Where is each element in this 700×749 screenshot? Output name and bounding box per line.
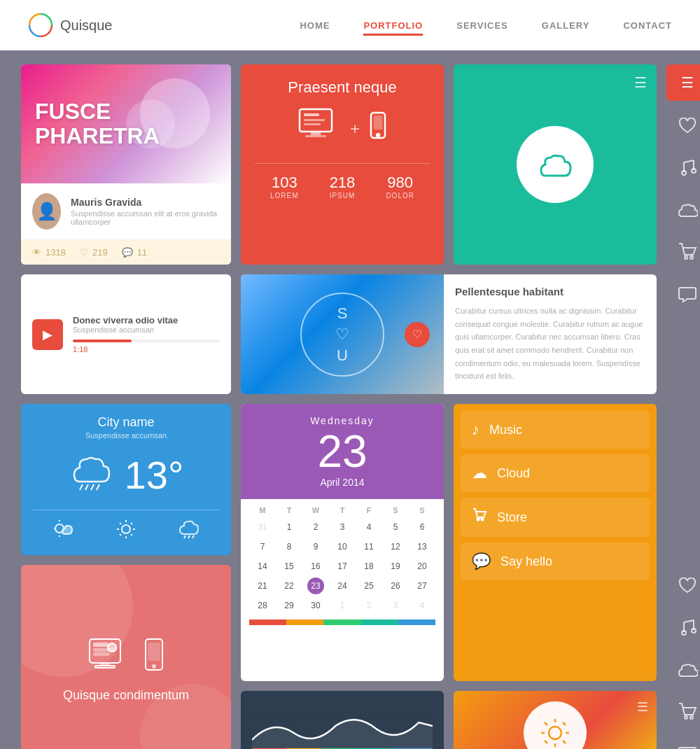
cal-cell[interactable]: 1	[281, 519, 298, 536]
stat-comments: 💬 11	[122, 247, 147, 258]
cal-day: 23	[252, 429, 433, 474]
cal-week-row: 14151617181920	[249, 558, 435, 575]
nav-item-home[interactable]: HOME	[300, 19, 330, 31]
nav-item-contact[interactable]: CONTACT	[623, 19, 672, 31]
tablet-icon	[144, 638, 164, 671]
weather-city: City name	[32, 415, 220, 430]
stat-ipsum: 218 IPSUM	[330, 174, 356, 200]
cal-cell[interactable]: 19	[387, 558, 404, 575]
blog-card: S ♡ U ♡ Pellentesque habitant Curabitur …	[241, 274, 657, 394]
eye-icon: 👁	[32, 247, 41, 258]
cal-cell[interactable]: 5	[387, 519, 404, 536]
cal-cell[interactable]: 23	[307, 578, 324, 594]
comments-count: 11	[137, 247, 147, 258]
cal-cell[interactable]: 11	[360, 538, 377, 555]
svg-point-19	[690, 256, 693, 259]
music-icon: ♪	[472, 421, 479, 439]
coral-icons-row	[88, 638, 164, 677]
hamburger-icon[interactable]: ☰	[634, 74, 647, 91]
cal-cell[interactable]: 18	[360, 558, 377, 575]
sidebar-heart-icon[interactable]	[666, 105, 700, 147]
sidebar-music2-icon[interactable]	[666, 607, 700, 649]
cal-cell[interactable]: 2	[307, 519, 324, 536]
cal-cell[interactable]: 10	[334, 538, 351, 555]
sidebar-column: ☰	[666, 64, 700, 555]
cal-cell[interactable]: 3	[387, 597, 404, 614]
weather-temp: 13°	[125, 452, 184, 498]
cal-cell[interactable]: 9	[307, 538, 324, 555]
cal-cell[interactable]: 21	[254, 578, 271, 594]
cal-week-row: 78910111213	[249, 538, 435, 555]
cal-cell[interactable]: 6	[414, 519, 430, 536]
weather-icons-row	[32, 510, 220, 544]
logo-area[interactable]: Quisque	[28, 13, 113, 38]
stat-views: 👁 1318	[32, 247, 66, 258]
cal-week-row: 31123456	[249, 519, 435, 536]
orange-menu-cloud[interactable]: ☁ Cloud	[461, 454, 650, 492]
fusce-hero: FUSCEPHARETRA	[21, 64, 231, 183]
sidebar-cart2-icon[interactable]	[666, 691, 700, 733]
nav-item-gallery[interactable]: GALLERY	[542, 19, 590, 31]
cal-cell[interactable]: 4	[414, 597, 430, 614]
cal-cell[interactable]: 24	[334, 578, 351, 594]
sidebar-cloud-icon[interactable]	[666, 189, 700, 231]
sun-icon	[538, 716, 572, 749]
cal-week-row: 2829301234	[249, 597, 435, 614]
cal-cell[interactable]: 25	[360, 578, 377, 594]
cal-cell[interactable]: 3	[334, 519, 351, 536]
weather-main: 13°	[32, 449, 220, 500]
cal-cell[interactable]: 17	[334, 558, 351, 575]
cal-cell[interactable]: 29	[281, 597, 298, 614]
nav-item-services[interactable]: SERVICES	[456, 19, 508, 31]
calendar-grid: M T W T F S S 31123456789101112131415161…	[241, 499, 444, 632]
weather-rain2-icon	[177, 519, 200, 544]
svg-point-11	[377, 134, 379, 136]
svg-line-67	[545, 741, 547, 743]
cal-cell[interactable]: 28	[254, 597, 271, 614]
cal-cell[interactable]: 2	[360, 597, 377, 614]
color-bar	[249, 620, 435, 625]
calendar-card: Wednesday 23 April 2014 M T W T F S S 31…	[241, 404, 444, 681]
sidebar-cloud2-icon[interactable]	[666, 649, 700, 691]
cal-cell[interactable]: 7	[254, 538, 271, 555]
cloud-circle	[517, 126, 594, 203]
heart-badge[interactable]: ♡	[405, 322, 430, 347]
cal-cell[interactable]: 27	[414, 578, 430, 594]
svg-point-51	[153, 665, 155, 668]
orange-menu-store[interactable]: Store	[461, 498, 650, 537]
cal-cell[interactable]: 26	[387, 578, 404, 594]
orange-menu-hello[interactable]: 💬 Say hello	[461, 542, 650, 580]
sidebar-chat2-icon[interactable]	[666, 733, 700, 749]
stat-dolor: 980 DOLOR	[386, 174, 414, 200]
sidebar-heart2-icon[interactable]	[666, 565, 700, 607]
svg-line-22	[91, 484, 94, 490]
sun-hamburger-icon[interactable]: ☰	[637, 699, 648, 715]
progress-bar-container[interactable]	[73, 340, 220, 342]
svg-line-66	[563, 722, 566, 725]
store-icon	[472, 507, 487, 527]
hello-label: Say hello	[500, 554, 552, 569]
sidebar-cart-icon[interactable]	[666, 231, 700, 273]
cal-cell[interactable]: 12	[387, 538, 404, 555]
sidebar-music-icon[interactable]	[666, 147, 700, 189]
cal-cell[interactable]: 15	[281, 558, 298, 575]
calendar-header: Wednesday 23 April 2014	[241, 404, 444, 499]
cal-cell[interactable]: 16	[307, 558, 324, 575]
orange-menu-music[interactable]: ♪ Music	[461, 411, 650, 449]
sidebar-menu-button[interactable]: ☰	[666, 64, 700, 101]
cal-cell[interactable]: 14	[254, 558, 271, 575]
cal-cell[interactable]: 1	[334, 597, 351, 614]
cal-cell[interactable]: 20	[414, 558, 430, 575]
cal-cell[interactable]: 22	[281, 578, 298, 594]
svg-line-40	[192, 536, 194, 538]
play-button[interactable]: ▶	[32, 319, 63, 350]
cal-cell[interactable]: 4	[360, 519, 377, 536]
nav-item-portfolio[interactable]: PORTFOLIO	[363, 19, 423, 31]
cal-cell[interactable]: 30	[307, 597, 324, 614]
mobile-icon	[370, 111, 386, 146]
sidebar-chat-icon[interactable]	[666, 273, 700, 315]
cal-cell[interactable]: 31	[254, 519, 271, 536]
cal-cell[interactable]: 8	[281, 538, 298, 555]
cal-cell[interactable]: 13	[414, 538, 430, 555]
player-time: 1:18	[73, 345, 220, 354]
